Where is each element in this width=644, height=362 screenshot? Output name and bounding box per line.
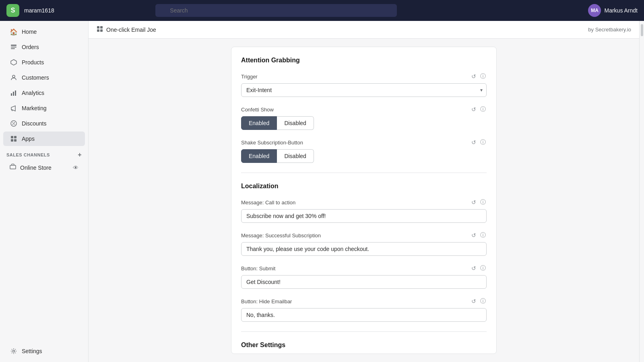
svg-point-4 <box>12 75 15 78</box>
svg-rect-12 <box>11 136 13 138</box>
sidebar-item-customers[interactable]: Customers <box>3 70 85 85</box>
cta-reset-button[interactable]: ↺ <box>471 198 477 207</box>
cta-help-button[interactable]: ⓘ <box>479 198 487 207</box>
shake-toggle: Enabled Disabled <box>241 149 487 163</box>
trigger-select[interactable]: Exit-Intent On Load On Scroll On Click <box>241 83 487 97</box>
success-help-button[interactable]: ⓘ <box>479 231 487 240</box>
store-name[interactable]: maram1618 <box>24 7 54 14</box>
sidebar-label-discounts: Discounts <box>22 120 46 127</box>
search-input[interactable] <box>155 4 397 17</box>
top-navigation: S maram1618 🔍 MA Markus Arndt <box>0 0 644 21</box>
success-input[interactable] <box>241 242 487 256</box>
svg-rect-19 <box>100 26 103 29</box>
sidebar: 🏠 Home Orders Products Customers Anal <box>0 21 89 362</box>
submit-input[interactable] <box>241 275 487 289</box>
main-content: One-click Email Joe by Secretbakery.io A… <box>89 21 639 362</box>
success-reset-button[interactable]: ↺ <box>471 231 477 240</box>
submit-help-button[interactable]: ⓘ <box>479 264 487 273</box>
trigger-label: Trigger <box>241 74 258 80</box>
sidebar-label-marketing: Marketing <box>22 105 46 111</box>
sidebar-label-home: Home <box>22 29 37 35</box>
confetti-disabled-button[interactable]: Disabled <box>277 116 314 130</box>
breadcrumb: One-click Email Joe <box>97 26 156 33</box>
sidebar-item-orders[interactable]: Orders <box>3 40 85 54</box>
hide-reset-button[interactable]: ↺ <box>471 297 477 306</box>
search-wrapper: 🔍 <box>155 4 397 17</box>
sidebar-label-products: Products <box>22 59 44 66</box>
shake-reset-button[interactable]: ↺ <box>471 138 477 147</box>
eye-icon[interactable]: 👁 <box>73 165 78 171</box>
shake-disabled-button[interactable]: Disabled <box>277 149 314 163</box>
user-name: Markus Arndt <box>604 7 637 14</box>
cta-field: Message: Call to action ↺ ⓘ <box>241 198 487 223</box>
hide-input[interactable] <box>241 308 487 322</box>
other-section-divider <box>241 331 487 332</box>
sidebar-item-apps[interactable]: Apps <box>3 132 85 146</box>
svg-rect-7 <box>15 90 16 96</box>
sidebar-item-marketing[interactable]: Marketing <box>3 101 85 115</box>
sidebar-item-settings[interactable]: Settings <box>3 344 85 358</box>
sidebar-item-discounts[interactable]: Discounts <box>3 116 85 131</box>
sidebar-label-orders: Orders <box>22 44 39 50</box>
svg-rect-16 <box>10 165 16 169</box>
avatar: MA <box>588 4 601 17</box>
svg-rect-20 <box>97 29 99 32</box>
discounts-icon <box>10 119 18 128</box>
page-title: One-click Email Joe <box>106 27 156 33</box>
shopify-logo: S <box>6 4 19 17</box>
sidebar-item-home[interactable]: 🏠 Home <box>3 25 85 39</box>
trigger-reset-button[interactable]: ↺ <box>471 72 477 81</box>
hide-field: Button: Hide Emailbar ↺ ⓘ <box>241 297 487 322</box>
add-sales-channel-button[interactable]: + <box>78 151 82 158</box>
confetti-help-button[interactable]: ⓘ <box>479 105 487 114</box>
svg-point-10 <box>12 122 13 123</box>
confetti-enabled-button[interactable]: Enabled <box>241 116 277 130</box>
svg-rect-18 <box>97 26 99 29</box>
submit-field: Button: Submit ↺ ⓘ <box>241 264 487 289</box>
svg-rect-5 <box>11 93 12 96</box>
cta-label: Message: Call to action <box>241 200 295 206</box>
confetti-reset-button[interactable]: ↺ <box>471 105 477 114</box>
cta-input[interactable] <box>241 209 487 223</box>
svg-rect-14 <box>11 139 13 142</box>
hide-label: Button: Hide Emailbar <box>241 298 292 304</box>
submit-reset-button[interactable]: ↺ <box>471 264 477 273</box>
sidebar-item-products[interactable]: Products <box>3 55 85 70</box>
shake-label: Shake Subscription-Button <box>241 140 303 146</box>
settings-panel: Attention Grabbing Trigger ↺ ⓘ Exit-Inte… <box>231 47 497 354</box>
trigger-help-button[interactable]: ⓘ <box>479 72 487 81</box>
sidebar-label-analytics: Analytics <box>22 90 44 96</box>
svg-rect-2 <box>11 48 15 49</box>
breadcrumb-by: by Secretbakery.io <box>588 27 631 33</box>
svg-rect-13 <box>14 136 17 138</box>
analytics-icon <box>10 89 18 97</box>
scroll-thumb[interactable] <box>641 24 643 36</box>
svg-marker-3 <box>11 60 17 65</box>
confetti-toggle: Enabled Disabled <box>241 116 487 130</box>
breadcrumb-bar: One-click Email Joe by Secretbakery.io <box>89 21 639 39</box>
svg-rect-6 <box>13 92 14 96</box>
success-field: Message: Successful Subscription ↺ ⓘ <box>241 231 487 256</box>
trigger-field: Trigger ↺ ⓘ Exit-Intent On Load On Scrol… <box>241 72 487 97</box>
shake-help-button[interactable]: ⓘ <box>479 138 487 147</box>
svg-point-11 <box>14 124 15 125</box>
sidebar-item-online-store[interactable]: Online Store 👁 <box>3 160 85 175</box>
breadcrumb-icon <box>97 26 103 33</box>
sidebar-item-analytics[interactable]: Analytics <box>3 86 85 100</box>
sidebar-label-apps: Apps <box>22 136 35 142</box>
shake-field: Shake Subscription-Button ↺ ⓘ Enabled Di… <box>241 138 487 163</box>
scroll-indicator <box>639 21 644 362</box>
apps-icon <box>10 135 18 143</box>
user-menu[interactable]: MA Markus Arndt <box>588 4 637 17</box>
marketing-icon <box>10 104 18 112</box>
shake-enabled-button[interactable]: Enabled <box>241 149 277 163</box>
online-store-icon <box>10 164 16 171</box>
success-label: Message: Successful Subscription <box>241 232 321 239</box>
svg-rect-1 <box>11 47 17 47</box>
online-store-label: Online Store <box>20 165 52 171</box>
confetti-field: Confetti Show ↺ ⓘ Enabled Disabled <box>241 105 487 130</box>
attention-grabbing-title: Attention Grabbing <box>241 57 487 64</box>
hide-help-button[interactable]: ⓘ <box>479 297 487 306</box>
svg-rect-21 <box>100 29 103 32</box>
other-settings-title: Other Settings <box>241 341 487 349</box>
